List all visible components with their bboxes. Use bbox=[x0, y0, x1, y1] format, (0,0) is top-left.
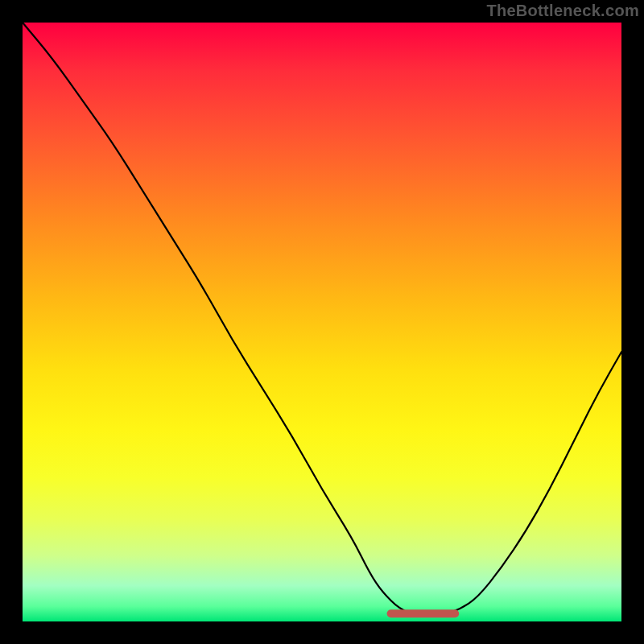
watermark-text: TheBottleneck.com bbox=[486, 2, 639, 20]
chart-stage: TheBottleneck.com bbox=[0, 0, 644, 644]
bottleneck-curve bbox=[23, 23, 621, 616]
chart-overlay bbox=[23, 23, 621, 621]
